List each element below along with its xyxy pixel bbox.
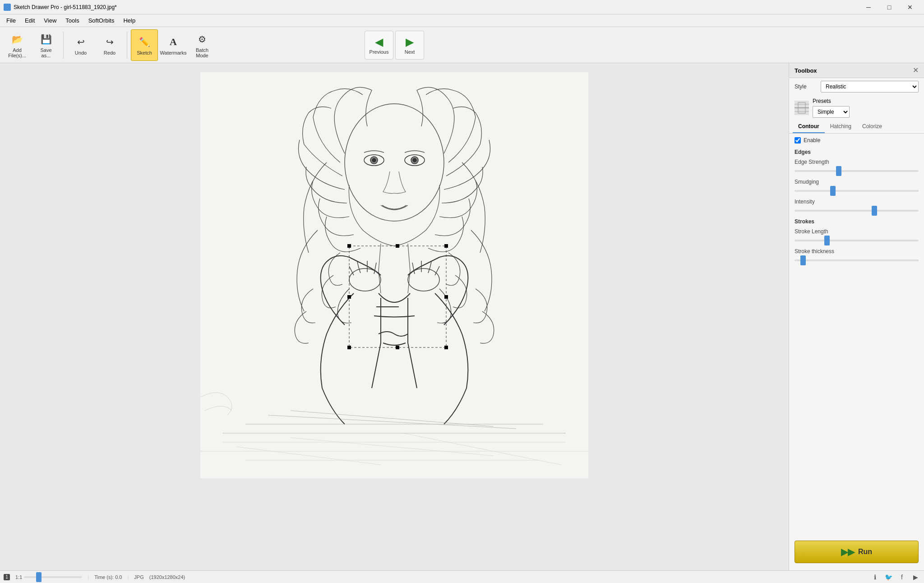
menu-tools[interactable]: Tools <box>61 15 83 26</box>
menu-edit[interactable]: Edit <box>20 15 39 26</box>
redo-button[interactable]: ↪ Redo <box>96 29 123 61</box>
window-title: Sketch Drawer Pro - girl-511883_1920.jpg… <box>14 4 858 10</box>
youtube-button[interactable]: ▶ <box>910 572 920 582</box>
redo-label: Redo <box>104 50 116 56</box>
enable-checkbox[interactable] <box>795 137 801 143</box>
title-bar: Sketch Drawer Pro - girl-511883_1920.jpg… <box>0 0 924 14</box>
zoom-control: 1:1 <box>15 574 82 580</box>
menu-bar: File Edit View Tools SoftOrbits Help <box>0 14 924 27</box>
stroke-thickness-section: Stroke thickness <box>789 246 924 266</box>
next-button[interactable]: ▶ Next <box>395 31 424 60</box>
facebook-button[interactable]: f <box>897 572 907 582</box>
previous-icon: ◀ <box>375 36 383 48</box>
toolbox-header: Toolbox ✕ <box>789 63 924 78</box>
sketch-canvas[interactable] <box>0 63 789 570</box>
status-format: JPG <box>134 574 143 580</box>
menu-help[interactable]: Help <box>119 15 140 26</box>
status-sep-2: | <box>127 574 129 580</box>
stroke-thickness-label: Stroke thickness <box>795 248 919 254</box>
menu-view[interactable]: View <box>39 15 61 26</box>
tab-colorize[interactable]: Colorize <box>857 120 887 133</box>
watermarks-button[interactable]: A Watermarks <box>160 29 187 61</box>
watermarks-label: Watermarks <box>160 50 187 56</box>
main-area: Toolbox ✕ Style Realistic Simple Artisti… <box>0 63 924 570</box>
window-controls: ─ □ ✕ <box>858 0 920 14</box>
twitter-button[interactable]: 🐦 <box>883 572 893 582</box>
tab-hatching[interactable]: Hatching <box>825 120 857 133</box>
status-indicator: 1 <box>4 574 10 580</box>
style-select[interactable]: Realistic Simple Artistic <box>821 81 919 93</box>
smudging-section: Smudging <box>789 177 924 197</box>
stroke-length-label: Stroke Length <box>795 228 919 235</box>
svg-rect-22 <box>396 244 399 248</box>
undo-button[interactable]: ↩ Undo <box>67 29 94 61</box>
tab-contour[interactable]: Contour <box>793 120 825 133</box>
svg-rect-28 <box>444 346 448 349</box>
preset-image-icon <box>795 101 809 115</box>
batch-mode-icon: ⚙ <box>195 32 209 46</box>
canvas-area[interactable] <box>0 63 789 570</box>
svg-rect-23 <box>444 244 448 248</box>
edge-strength-label: Edge Strength <box>795 159 919 165</box>
smudging-slider[interactable] <box>795 190 919 192</box>
stroke-length-slider[interactable] <box>795 240 919 241</box>
status-bar: 1 1:1 | Time (s): 0.0 | JPG (1920x1280x2… <box>0 570 924 583</box>
save-as-button[interactable]: 💾 Save as... <box>32 29 60 61</box>
strokes-section-header: Strokes <box>789 217 924 227</box>
edges-section-header: Edges <box>789 147 924 157</box>
toolbox-spacer <box>789 266 924 533</box>
status-sep: | <box>88 574 89 580</box>
add-files-label: Add File(s)... <box>8 47 26 58</box>
batch-mode-label: Batch Mode <box>196 47 208 58</box>
zoom-slider[interactable] <box>24 576 82 578</box>
maximize-button[interactable]: □ <box>879 0 900 14</box>
run-button[interactable]: ▶▶ Run <box>795 541 919 563</box>
undo-label: Undo <box>75 50 87 56</box>
menu-softorbits[interactable]: SoftOrbits <box>84 15 119 26</box>
toolbar: 📂 Add File(s)... 💾 Save as... ↩ Undo ↪ R… <box>0 27 924 63</box>
status-time: Time (s): 0.0 <box>94 574 122 580</box>
presets-control: Presets Simple Medium Complex <box>813 98 919 118</box>
info-button[interactable]: ℹ <box>870 572 880 582</box>
toolbox-title: Toolbox <box>795 67 817 74</box>
edge-strength-slider[interactable] <box>795 170 919 172</box>
save-as-icon: 💾 <box>39 32 53 46</box>
svg-rect-21 <box>347 244 351 248</box>
presets-select[interactable]: Simple Medium Complex <box>813 106 850 118</box>
presets-label: Presets <box>813 98 919 104</box>
redo-icon: ↪ <box>102 35 117 49</box>
toolbox-close-button[interactable]: ✕ <box>913 67 919 74</box>
add-files-button[interactable]: 📂 Add File(s)... <box>4 29 31 61</box>
previous-label: Previous <box>370 49 389 55</box>
stroke-thickness-slider[interactable] <box>795 259 919 261</box>
sketch-label: Sketch <box>137 50 152 56</box>
watermarks-icon: A <box>166 35 180 49</box>
next-icon: ▶ <box>406 36 414 48</box>
sketch-button[interactable]: ✏️ Sketch <box>131 29 158 61</box>
run-label: Run <box>858 548 872 556</box>
edge-strength-section: Edge Strength <box>789 157 924 177</box>
status-right: ℹ 🐦 f ▶ <box>870 572 920 582</box>
intensity-slider[interactable] <box>795 210 919 212</box>
style-label: Style <box>795 83 817 90</box>
enable-label: Enable <box>804 137 820 143</box>
run-icon: ▶▶ <box>841 546 855 557</box>
add-files-icon: 📂 <box>10 32 24 46</box>
svg-point-13 <box>413 158 416 162</box>
toolbar-separator-1 <box>63 32 64 59</box>
menu-file[interactable]: File <box>2 15 20 26</box>
svg-rect-24 <box>347 295 351 299</box>
svg-rect-25 <box>444 295 448 299</box>
save-as-label: Save as... <box>40 47 51 58</box>
tabs-row: Contour Hatching Colorize <box>789 120 924 134</box>
minimize-button[interactable]: ─ <box>858 0 879 14</box>
previous-button[interactable]: ◀ Previous <box>365 31 393 60</box>
undo-icon: ↩ <box>74 35 88 49</box>
close-button[interactable]: ✕ <box>900 0 920 14</box>
batch-mode-button[interactable]: ⚙ Batch Mode <box>189 29 216 61</box>
svg-rect-26 <box>347 346 351 349</box>
enable-row: Enable <box>789 134 924 147</box>
toolbar-separator-2 <box>127 32 127 59</box>
preset-icon <box>795 101 809 115</box>
smudging-label: Smudging <box>795 179 919 185</box>
